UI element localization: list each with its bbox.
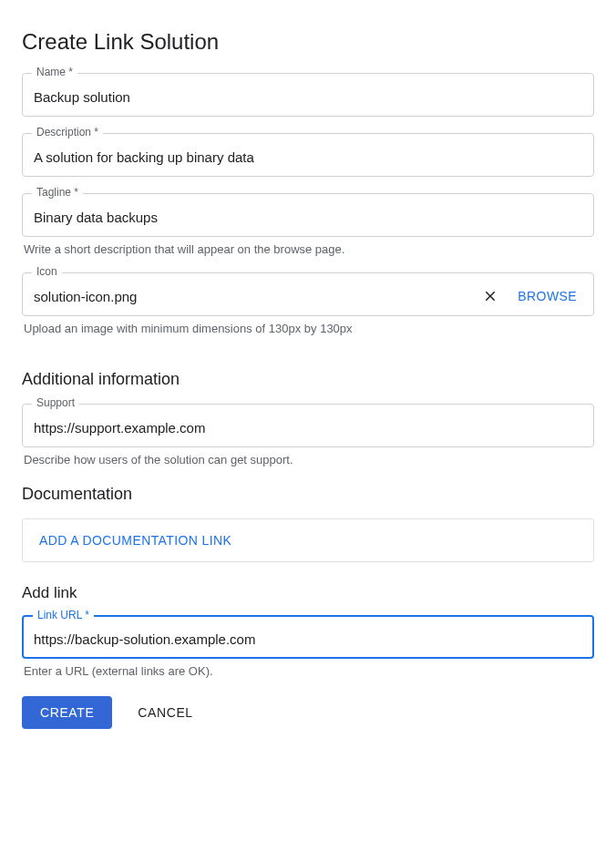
link-url-field-group: Link URL * Enter a URL (external links a… [22, 615, 594, 678]
icon-field[interactable]: Icon solution-icon.png BROWSE [22, 272, 594, 316]
description-field-group: Description * [22, 133, 594, 177]
tagline-label: Tagline * [32, 186, 83, 199]
tagline-input[interactable] [34, 210, 582, 225]
close-icon[interactable] [481, 287, 499, 305]
tagline-field[interactable]: Tagline * [22, 193, 594, 237]
documentation-link-container: ADD A DOCUMENTATION LINK [22, 518, 594, 562]
browse-button[interactable]: BROWSE [508, 289, 582, 303]
link-url-input[interactable] [34, 631, 582, 647]
icon-filename: solution-icon.png [34, 289, 472, 304]
add-link-heading: Add link [22, 584, 594, 602]
add-documentation-link-button[interactable]: ADD A DOCUMENTATION LINK [39, 533, 231, 548]
support-field-group: Support Describe how users of the soluti… [22, 404, 594, 467]
support-field[interactable]: Support [22, 404, 594, 447]
link-url-label: Link URL * [33, 609, 94, 621]
button-row: CREATE CANCEL [22, 696, 594, 729]
name-field-group: Name * [22, 73, 594, 117]
name-field[interactable]: Name * [22, 73, 594, 117]
page-title: Create Link Solution [22, 29, 594, 55]
link-url-helper: Enter a URL (external links are OK). [22, 664, 594, 678]
description-label: Description * [32, 126, 103, 138]
support-label: Support [32, 396, 79, 409]
additional-info-heading: Additional information [22, 370, 594, 389]
tagline-helper: Write a short description that will appe… [22, 242, 594, 256]
icon-field-group: Icon solution-icon.png BROWSE Upload an … [22, 272, 594, 335]
icon-label: Icon [32, 265, 62, 278]
tagline-field-group: Tagline * Write a short description that… [22, 193, 594, 256]
icon-helper: Upload an image with minimum dimensions … [22, 322, 594, 335]
link-url-field[interactable]: Link URL * [22, 615, 594, 659]
cancel-button[interactable]: CANCEL [138, 705, 192, 720]
create-button[interactable]: CREATE [22, 696, 112, 729]
documentation-heading: Documentation [22, 485, 594, 504]
support-input[interactable] [34, 420, 582, 436]
name-input[interactable] [34, 89, 582, 105]
description-input[interactable] [34, 149, 582, 165]
description-field[interactable]: Description * [22, 133, 594, 177]
support-helper: Describe how users of the solution can g… [22, 453, 594, 467]
name-label: Name * [32, 66, 77, 78]
